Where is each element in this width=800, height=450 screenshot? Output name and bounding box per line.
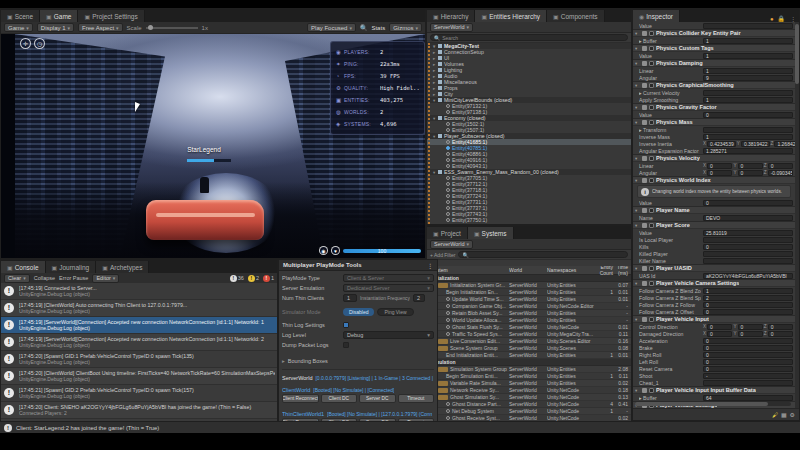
console-log-entry[interactable]: ![17:45:19] Connected to Server...UnityE… (1, 283, 277, 300)
component-enabled-checkbox[interactable] (649, 388, 654, 393)
systems-row[interactable]: Begin Simulation Enti...ServerWorldUnity… (427, 373, 631, 380)
systems-row[interactable]: World Update Alloca...ServerWorldUnity.E… (427, 317, 631, 324)
systems-row[interactable]: Update World Time S...ServerWorldUnity.E… (427, 296, 631, 303)
tab-project-settings[interactable]: ▣Project Settings (78, 10, 144, 22)
column-header[interactable]: System (427, 267, 509, 273)
value-field[interactable]: 0.3819422 (741, 141, 770, 147)
game-viewport[interactable]: ✛ ◷ StarLegend ◉ ♥ 100 ◉PLAYERS:2✦PING:2… (1, 34, 425, 258)
component-header[interactable]: ▾Player Score (633, 221, 795, 229)
component-enabled-checkbox[interactable] (649, 46, 654, 51)
column-header[interactable]: World (509, 267, 547, 273)
value-field[interactable]: - (703, 373, 793, 379)
systems-row[interactable]: ▾Initialization System Gr...ServerWorldU… (427, 282, 631, 289)
console-log-entry[interactable]: ![17:45:20] [Spawn] GID:1 Prefab:Vehicle… (1, 351, 277, 368)
game-view-dropdown[interactable]: Game▾ (4, 23, 33, 32)
settings-icon[interactable]: ⚙ (790, 411, 795, 418)
value-field[interactable]: DEVO (703, 215, 793, 221)
client-world-link[interactable]: ClientWorld (282, 387, 310, 393)
thin-log-settings-checkbox[interactable] (343, 322, 349, 328)
value-field[interactable] (703, 90, 793, 96)
value-field[interactable]: 64 (703, 395, 793, 401)
tab-project[interactable]: ▣Project (427, 227, 468, 239)
component-header[interactable]: ▾Physics Custom Tags (633, 44, 795, 52)
value-field[interactable] (703, 251, 793, 257)
component-header[interactable]: ▾Player Vehicle Input Input Buffer Data (633, 386, 795, 394)
aspect-dropdown[interactable]: Free Aspect▾ (78, 23, 123, 32)
systems-row[interactable]: Simulation (427, 359, 631, 366)
tab-entities-hierarchy[interactable]: ▣Entities Hierarchy (475, 10, 547, 22)
component-enabled-checkbox[interactable] (649, 281, 654, 286)
dump-packet-logs-checkbox[interactable] (343, 342, 349, 348)
bounding-boxes-foldout[interactable]: Bounding Boxes (288, 358, 328, 364)
systems-search-input[interactable]: 🔍 (458, 251, 628, 258)
log-level-dropdown[interactable]: Debug▾ (343, 331, 434, 339)
client-reconnect-button[interactable]: Client Reconnect (282, 394, 319, 403)
error-count[interactable]: !1 (263, 275, 274, 282)
value-field[interactable]: 0 (703, 244, 793, 250)
ping-view-button[interactable]: Ping View (377, 308, 413, 316)
value-field[interactable]: 1 (703, 38, 793, 44)
value-field[interactable] (703, 237, 793, 243)
value-field[interactable]: 0 (707, 331, 732, 337)
value-field[interactable]: 0 (738, 170, 763, 176)
component-header[interactable]: ▾Physics Mass (633, 118, 795, 126)
component-header[interactable]: ▾Physics Collider Key Entity Pair (633, 29, 795, 37)
value-field[interactable]: 1 (703, 53, 793, 59)
value-field[interactable]: 25.81019 (703, 230, 793, 236)
value-field[interactable]: 0 (703, 338, 793, 344)
systems-row[interactable]: Initialization (427, 275, 631, 282)
value-field[interactable]: 0 (703, 112, 793, 118)
info-count[interactable]: !36 (230, 275, 244, 282)
systems-row[interactable]: Net Debug SystemServerWorldUnity.NetCode… (427, 408, 631, 415)
value-field[interactable]: 0 (703, 352, 793, 358)
systems-world-dropdown[interactable]: ServerWorld▾ (430, 240, 473, 249)
component-header[interactable]: ▾Physics World Index (633, 176, 795, 184)
tab-console[interactable]: ▣Console (1, 261, 46, 273)
value-field[interactable] (703, 23, 793, 29)
scale-slider[interactable] (146, 27, 198, 29)
component-header[interactable]: ▾Physics GraphicalSmoothing (633, 81, 795, 89)
value-field[interactable]: 0 (703, 366, 793, 372)
tab-hierarchy[interactable]: ▣Hierarchy (427, 10, 475, 22)
systems-row[interactable]: Ghost Distance Part...ServerWorldUnity.N… (427, 401, 631, 408)
value-field[interactable]: 9 (703, 75, 793, 81)
thin-client-world-link[interactable]: ThinClientWorld1 (282, 411, 324, 417)
gizmos-dropdown[interactable]: Gizmos▾ (389, 23, 422, 32)
value-field[interactable]: aK2OGYyY4jbFGLg6u8PuYjA5bVBl (703, 273, 793, 279)
value-field[interactable]: 1.268427 (774, 141, 795, 147)
editor-dropdown[interactable]: Editor▾ (92, 274, 119, 283)
value-field[interactable]: 0.4234539 (707, 141, 736, 147)
paint-icon[interactable]: 🖌 (772, 412, 778, 418)
stats-button[interactable]: Stats (371, 25, 385, 31)
console-log-entry[interactable]: ![17:45:20] [ClientWorld] ClientBoot Usi… (1, 368, 277, 385)
systems-row[interactable]: ▸Variable Rate Simula...ServerWorldUnity… (427, 380, 631, 387)
systems-row[interactable]: Ghost Stats Flush Sy...ServerWorldUnity.… (427, 324, 631, 331)
play-focused-dropdown[interactable]: Play Focused▾ (307, 23, 356, 32)
component-header[interactable]: ▾Physics Damping (633, 59, 795, 67)
add-filter-button[interactable]: + Add Filter (430, 252, 455, 258)
hierarchy-row[interactable]: Entity(37750:1) (427, 217, 631, 223)
value-field[interactable] (703, 127, 793, 133)
tab-game[interactable]: ▣Game (40, 10, 78, 22)
value-field[interactable]: -0.0903457 (768, 170, 793, 176)
tab-systems[interactable]: ▣Systems (468, 227, 514, 239)
systems-row[interactable]: Begin Initialization En...ServerWorldUni… (427, 289, 631, 296)
component-enabled-checkbox[interactable] (649, 31, 654, 36)
value-field[interactable]: 0 (738, 324, 763, 330)
lock-icon[interactable]: 🔒 (778, 15, 786, 22)
collapse-button[interactable]: Collapse (34, 275, 55, 281)
timeout-button[interactable]: Timeout (398, 394, 435, 403)
component-enabled-checkbox[interactable] (649, 105, 654, 110)
value-field[interactable]: 0 (703, 200, 793, 206)
hierarchy-world-dropdown[interactable]: ServerWorld▾ (430, 23, 473, 32)
tab-archetypes[interactable]: ▣Archetypes (96, 261, 149, 273)
systems-row[interactable]: Traffic To Speed Sys...ServerWorldUnity.… (427, 331, 631, 338)
component-header[interactable]: ▾Player Vehicle Camera Settings (633, 279, 795, 287)
console-log-entry[interactable]: ![17:45:19] [ServerWorld][Connection] Ac… (1, 317, 277, 334)
value-field[interactable]: 0 (738, 163, 763, 169)
inspector-horizontal-scrollbar[interactable] (635, 402, 791, 406)
inspector-scrollbar[interactable] (795, 22, 799, 408)
component-header[interactable]: ▾Physics Velocity (633, 154, 795, 162)
status-bar[interactable]: ! Client: StarLegend:2 has joined the ga… (0, 421, 800, 433)
grid-icon[interactable]: ▦ (781, 411, 787, 418)
